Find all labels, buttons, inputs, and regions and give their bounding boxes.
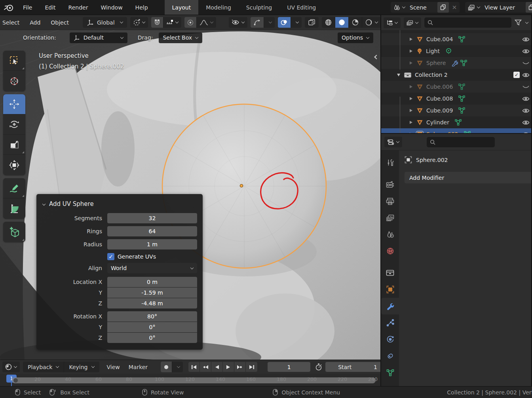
tab-view-layer[interactable] xyxy=(381,209,399,226)
tool-transform[interactable] xyxy=(3,155,25,175)
scene-browse-button[interactable] xyxy=(391,2,408,13)
view-layer-name[interactable]: View Layer xyxy=(483,4,525,11)
shading-wireframe-button[interactable] xyxy=(322,17,335,28)
blender-logo-icon[interactable] xyxy=(4,3,14,12)
shading-rendered-button[interactable] xyxy=(362,17,380,28)
tab-uv-editing[interactable]: UV Editing xyxy=(279,0,323,15)
timeline-view-menu[interactable]: View xyxy=(103,364,124,370)
visibility-eye-icon[interactable] xyxy=(522,37,530,42)
outliner-row[interactable]: Cube.009 xyxy=(381,105,531,116)
timeline-ruler[interactable]: 20 40 60 80 100 120 140 160 180 200 220 … xyxy=(0,374,380,386)
expand-icon[interactable] xyxy=(410,38,412,41)
expand-icon[interactable] xyxy=(410,121,412,124)
current-frame-field[interactable]: 1 xyxy=(268,362,310,372)
tool-move[interactable] xyxy=(3,94,25,114)
collapse-icon[interactable] xyxy=(397,74,400,76)
stopwatch-icon[interactable] xyxy=(315,363,322,371)
menu-select[interactable]: Select xyxy=(0,19,25,26)
visibility-eye-icon[interactable] xyxy=(522,108,530,113)
tab-constraints[interactable] xyxy=(381,348,399,364)
snap-toggle-button[interactable] xyxy=(151,17,163,28)
options-dropdown[interactable]: Options xyxy=(338,32,373,43)
outliner-row[interactable]: Sphere xyxy=(381,57,531,69)
menu-add[interactable]: Add xyxy=(25,19,46,26)
location-x-field[interactable]: 0 m xyxy=(107,277,197,287)
visibility-closed-eye-icon[interactable] xyxy=(522,84,530,90)
tab-output[interactable] xyxy=(381,193,399,209)
tool-measure[interactable] xyxy=(3,198,25,219)
timeline-scrollbar[interactable] xyxy=(12,377,376,383)
tab-sculpting[interactable]: Sculpting xyxy=(239,0,279,15)
shading-material-button[interactable] xyxy=(349,17,362,28)
outliner-row[interactable]: Cube.004 xyxy=(381,33,531,45)
tool-annotate[interactable] xyxy=(3,178,25,198)
visibility-dropdown[interactable] xyxy=(229,17,247,28)
outliner-filter-type-dropdown[interactable] xyxy=(404,17,421,28)
rotation-y-field[interactable]: 0° xyxy=(107,322,197,332)
add-view-layer-button[interactable] xyxy=(526,2,532,13)
menu-file[interactable]: File xyxy=(17,4,38,11)
outliner-row[interactable]: Cube.006 xyxy=(381,81,531,93)
rotation-z-field[interactable]: 0° xyxy=(107,333,197,343)
view-layer-browse-button[interactable] xyxy=(465,2,483,13)
filter-icon[interactable] xyxy=(515,19,522,26)
previous-keyframe-button[interactable] xyxy=(200,362,211,372)
outliner-search-field[interactable] xyxy=(424,17,511,28)
rings-field[interactable]: 64 xyxy=(107,226,197,236)
tab-object[interactable] xyxy=(381,281,399,298)
transform-orientation-dropdown[interactable]: Global xyxy=(83,17,127,28)
tab-object-data[interactable] xyxy=(381,364,399,381)
pivot-point-dropdown[interactable] xyxy=(130,17,148,28)
gizmos-toggle[interactable] xyxy=(251,17,264,28)
gizmo-settings-dropdown[interactable] xyxy=(264,17,275,28)
expand-icon[interactable] xyxy=(410,97,412,100)
location-z-field[interactable]: -4.48 m xyxy=(107,298,197,308)
expand-icon[interactable] xyxy=(410,50,412,53)
tab-modeling[interactable]: Modeling xyxy=(198,0,239,15)
tab-scene[interactable] xyxy=(381,226,399,243)
menu-edit[interactable]: Edit xyxy=(38,4,62,11)
keying-menu[interactable]: Keying xyxy=(64,362,99,372)
proportional-edit-toggle[interactable] xyxy=(184,17,197,28)
collection-checkbox[interactable]: ✓ xyxy=(513,72,520,78)
outliner-row[interactable]: Cube.008 xyxy=(381,93,531,105)
tab-physics[interactable] xyxy=(381,331,399,348)
play-reverse-button[interactable] xyxy=(211,362,223,372)
visibility-eye-icon[interactable] xyxy=(522,49,530,54)
timeline-editor-type-dropdown[interactable] xyxy=(2,362,20,372)
visibility-eye-icon[interactable] xyxy=(522,132,530,133)
visibility-eye-icon[interactable] xyxy=(522,96,530,101)
scrollbar-knob[interactable] xyxy=(13,378,18,383)
scene-name[interactable]: Scene xyxy=(408,4,437,11)
menu-window[interactable]: Window xyxy=(94,4,129,11)
tool-select-box[interactable] xyxy=(3,51,25,71)
xray-toggle[interactable] xyxy=(305,17,319,28)
properties-editor-type-dropdown[interactable] xyxy=(384,137,402,147)
visibility-closed-eye-icon[interactable] xyxy=(522,61,530,66)
tool-rotate[interactable] xyxy=(3,114,25,135)
drag-mode-dropdown[interactable]: Select Box xyxy=(159,32,202,43)
3d-viewport[interactable]: Orientation: Default Drag: Select Box xyxy=(0,30,380,360)
align-dropdown[interactable]: World xyxy=(107,263,197,273)
overlays-toggle[interactable] xyxy=(278,17,291,28)
shading-solid-button[interactable] xyxy=(335,17,349,28)
tool-scale[interactable] xyxy=(3,135,25,155)
outliner-row[interactable]: Cube.003 xyxy=(381,30,531,33)
jump-to-start-button[interactable] xyxy=(188,362,200,372)
orientation-default-dropdown[interactable]: Default xyxy=(70,32,127,43)
timeline-marker-menu[interactable]: Marker xyxy=(124,364,152,370)
overlays-dropdown[interactable] xyxy=(291,17,302,28)
tab-modifiers[interactable] xyxy=(381,298,399,314)
radius-field[interactable]: 1 m xyxy=(107,239,197,249)
outliner-display-mode-dropdown[interactable] xyxy=(384,17,401,28)
menu-render[interactable]: Render xyxy=(62,4,95,11)
expand-icon[interactable] xyxy=(410,85,412,88)
generate-uvs-checkbox[interactable]: ✓ xyxy=(107,253,114,260)
visibility-eye-icon[interactable] xyxy=(522,72,530,78)
outliner-row[interactable]: Light xyxy=(381,45,531,57)
tab-layout[interactable]: Layout xyxy=(165,0,199,15)
menu-help[interactable]: Help xyxy=(129,4,154,11)
next-keyframe-button[interactable] xyxy=(234,362,246,372)
tab-render[interactable] xyxy=(381,176,399,193)
play-button[interactable] xyxy=(223,362,234,372)
